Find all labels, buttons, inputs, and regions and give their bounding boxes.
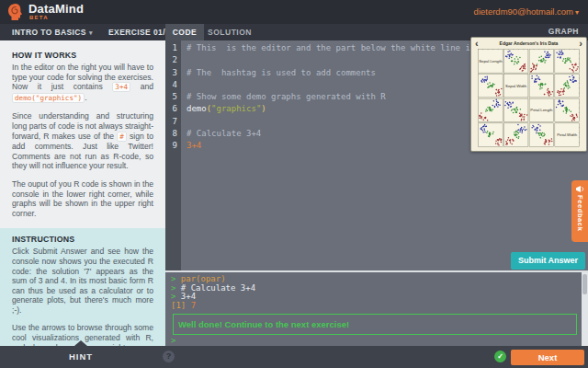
course-dropdown[interactable]: INTRO TO BASICS▾ [12,24,93,40]
beta-badge: BETA [29,15,49,20]
check-status-icon: ✓ [494,351,506,362]
graph-title: Edgar Anderson's Iris Data [471,40,586,46]
instructions-title: INSTRUCTIONS [12,235,153,244]
account-menu[interactable]: dieterdm90@hotmail.com▾ [474,6,579,17]
how-it-works-section: HOW IT WORKS In the editor on the right … [0,40,165,228]
feedback-tab[interactable]: Feedback [571,180,588,242]
console-input-prompt[interactable]: > [165,337,588,346]
svg-text:Sepal.Width: Sepal.Width [505,84,527,88]
paragraph: Click Submit Answer and see how the cons… [12,247,153,315]
instructions-section: INSTRUCTIONS Click Submit Answer and see… [0,228,165,346]
datamind-logo-icon [6,3,25,21]
console-scrollbar[interactable] [582,272,588,346]
inline-code-chip: # [117,132,127,142]
editor-console-divider [165,270,588,272]
inline-code-chip: 3+4 [112,82,130,92]
success-message: Well done! Continue to the next exercise… [173,314,577,335]
submit-answer-button[interactable]: Submit Answer [511,252,585,270]
paragraph: In the editor on the right you will have… [12,63,153,103]
brand-name: DataMind [28,2,84,16]
svg-text:Petal.Width: Petal.Width [557,132,578,137]
console-output-line: [1] 7 [165,302,588,311]
megaphone-icon [575,185,585,193]
tab-solution[interactable]: SOLUTION [204,24,255,40]
top-bar: DataMind BETA dieterdm90@hotmail.com▾ [0,0,588,24]
feedback-label: Feedback [576,195,584,231]
help-icon[interactable]: ? [163,351,175,362]
svg-text:Petal.Length: Petal.Length [530,108,553,112]
how-it-works-title: HOW IT WORKS [12,51,153,60]
next-button[interactable]: Next [511,350,584,365]
console-line: > # Calculate 3+4 [165,284,588,293]
account-email: dieterdm90@hotmail.com [474,6,573,17]
tab-code[interactable]: CODE [165,24,204,40]
footer-bar: HINT ? ✓ Next [0,346,588,368]
assignment-sidebar: HOW IT WORKS In the editor on the right … [0,40,165,346]
chevron-down-icon: ▾ [89,29,93,36]
scrollbar-thumb[interactable] [582,274,587,294]
graph-panel[interactable]: ‹ › Edgar Anderson's Iris Data Sepal.Len… [470,37,587,152]
hint-button[interactable]: HINT [0,346,162,368]
paragraph: The ouput of you R code is shown in the … [12,179,153,218]
chevron-down-icon: ▾ [575,8,579,17]
iris-pairs-plot: Sepal.LengthSepal.WidthPetal.LengthPetal… [478,49,580,147]
course-label: INTRO TO BASICS [12,28,86,37]
inline-code-chip: demo("graphics") [12,93,85,103]
console-line: > 3+4 [165,293,588,302]
datamind-app: DataMind BETA dieterdm90@hotmail.com▾ IN… [0,0,588,368]
paragraph: Since understanding and structuring long… [12,111,153,171]
console[interactable]: > par(opar) > # Calculate 3+4 > 3+4 [1] … [165,272,588,346]
svg-text:Sepal.Length: Sepal.Length [479,59,503,63]
